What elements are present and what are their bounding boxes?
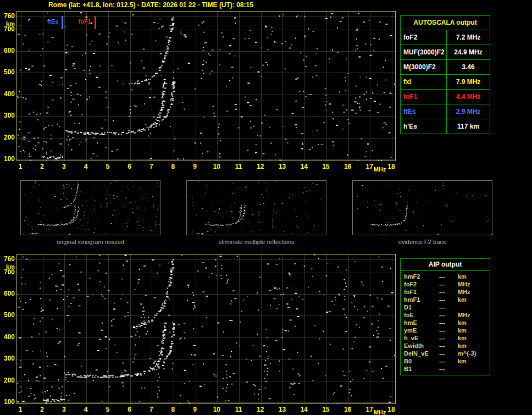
aip-param-value: --- — [439, 319, 458, 327]
y-tick-bottom-200: 200 — [0, 377, 15, 384]
aip-row-foE: foE---MHz — [401, 311, 490, 319]
x-tick-bottom-10: 10 — [210, 406, 223, 413]
x-tick-top-3: 3 — [57, 163, 70, 170]
y-tick-top-600: 600 — [0, 47, 15, 54]
aip-row-h_vE: h_vE---km — [401, 334, 490, 342]
autoscala-param-value: 24.9 MHz — [447, 45, 490, 59]
aip-row-hmE: hmE---km — [401, 319, 490, 327]
aip-param-value: --- — [439, 280, 458, 288]
ionogram-canvas-bottom — [16, 254, 396, 404]
aip-param-name: ymE — [401, 327, 439, 334]
y-axis-unit-bottom: km — [0, 263, 15, 270]
x-tick-bottom-2: 2 — [36, 406, 49, 413]
autoscala-param-label: foF2 — [401, 30, 447, 45]
x-tick-top-10: 10 — [210, 163, 223, 170]
thumb-canvas-original — [21, 181, 160, 235]
x-tick-top-7: 7 — [145, 163, 158, 170]
station-date-title: Rome (lat: +41.8, lon: 012.5) - DATE: 20… — [48, 1, 253, 9]
aip-param-value: --- — [439, 357, 458, 365]
autoscala-param-label: foF1 — [401, 90, 447, 104]
caption-original-ionogram: original ionogram resized — [20, 239, 161, 245]
autoscala-param-value: 7.2 MHz — [447, 30, 490, 45]
x-tick-top-5: 5 — [101, 163, 114, 170]
aip-param-name: h_vE — [401, 334, 439, 342]
aip-param-value: --- — [439, 350, 458, 357]
legend-ftEs: ftEs — [27, 19, 58, 25]
x-tick-bottom-15: 15 — [319, 406, 332, 413]
y-tick-bottom-100: 100 — [0, 399, 15, 405]
aip-param-name: Ewidth — [401, 342, 439, 350]
autoscala-table-header: AUTOSCALA output — [401, 16, 490, 30]
aip-param-value: --- — [439, 327, 458, 334]
aip-param-name: hmF1 — [401, 296, 439, 303]
ionogram-canvas-main — [16, 11, 396, 161]
aip-param-unit: km — [458, 327, 490, 334]
aip-param-name: B0 — [401, 357, 439, 365]
aip-row-ymE: ymE---km — [401, 327, 490, 334]
autoscala-row-foF1: foF14.4 MHz — [401, 90, 490, 104]
y-tick-top-300: 300 — [0, 112, 15, 119]
autoscala-row-M(3000)F2: M(3000)F23.46 — [401, 60, 490, 75]
x-tick-bottom-9: 9 — [189, 406, 202, 413]
aip-table-body: hmF2---kmfoF2---MHzfoF1---MHzhmF1---kmD1… — [401, 271, 490, 375]
aip-param-value: --- — [439, 342, 458, 350]
autoscala-param-label: fxI — [401, 75, 447, 89]
aip-param-unit: MHz — [458, 311, 490, 319]
y-tick-bottom-300: 300 — [0, 355, 15, 362]
aip-param-unit: km — [458, 319, 490, 327]
aip-param-unit: km — [458, 273, 490, 280]
aip-param-name: DelN_vE — [401, 350, 439, 357]
thumb-original-ionogram — [20, 180, 160, 235]
aip-param-value: --- — [439, 273, 458, 280]
x-tick-top-13: 13 — [275, 163, 289, 170]
aip-param-unit — [458, 303, 490, 311]
aip-param-value: --- — [439, 334, 458, 342]
autoscala-param-label: h'Es — [401, 119, 447, 134]
x-tick-bottom-12: 12 — [254, 406, 267, 413]
aip-param-unit: MHz — [458, 280, 490, 288]
aip-param-unit: km — [458, 296, 490, 303]
aip-table-header: AIP output — [401, 259, 490, 271]
aip-row-D1: D1--- — [401, 303, 490, 311]
x-tick-bottom-6: 6 — [123, 406, 136, 413]
y-tick-bottom-400: 400 — [0, 334, 15, 340]
y-axis-unit-top: km — [0, 20, 15, 27]
aip-param-value: --- — [439, 303, 458, 311]
aip-param-name: hmE — [401, 319, 439, 327]
aip-param-value: --- — [439, 311, 458, 319]
aip-row-foF1: foF1---MHz — [401, 288, 490, 296]
thumb-evidence-f2 — [352, 180, 492, 235]
autoscala-param-label: MUF(3000)F2 — [401, 45, 447, 59]
aip-param-name: B1 — [401, 365, 439, 373]
aip-param-unit: m^(-3) — [458, 350, 490, 357]
aip-param-name: foF1 — [401, 288, 439, 296]
autoscala-param-value: 2.9 MHz — [447, 104, 490, 119]
aip-row-DelN_vE: DelN_vE---m^(-3) — [401, 350, 490, 357]
y-tick-top-760: 760 — [0, 13, 15, 19]
x-tick-bottom-16: 16 — [341, 406, 354, 413]
legend-foF1: foF1 — [60, 19, 91, 25]
autoscala-param-value: 117 km — [447, 119, 490, 134]
autoscala-row-foF2: foF27.2 MHz — [401, 30, 490, 45]
x-tick-bottom-3: 3 — [57, 406, 70, 413]
autoscala-param-value: 3.46 — [447, 60, 490, 74]
aip-param-unit: km — [458, 334, 490, 342]
aip-param-unit: km — [458, 357, 490, 365]
aip-row-B1: B1--- — [401, 365, 490, 373]
aip-param-unit: MHz — [458, 288, 490, 296]
x-tick-top-15: 15 — [319, 163, 332, 170]
x-tick-bottom-4: 4 — [79, 406, 92, 413]
autoscala-window: Rome (lat: +41.8, lon: 012.5) - DATE: 20… — [0, 0, 532, 415]
aip-param-unit: km — [458, 342, 490, 350]
x-tick-bottom-7: 7 — [145, 406, 158, 413]
aip-row-hmF1: hmF1---km — [401, 296, 490, 303]
aip-param-value: --- — [439, 296, 458, 303]
thumb-eliminate-reflections — [186, 180, 326, 235]
y-tick-top-500: 500 — [0, 69, 15, 75]
autoscala-row-h'Es: h'Es117 km — [401, 119, 490, 134]
x-tick-top-14: 14 — [297, 163, 311, 170]
x-tick-bottom-14: 14 — [297, 406, 311, 413]
thumb-canvas-evidence — [353, 181, 492, 235]
aip-param-value: --- — [439, 365, 458, 373]
ionogram-plot-bottom — [16, 254, 396, 404]
